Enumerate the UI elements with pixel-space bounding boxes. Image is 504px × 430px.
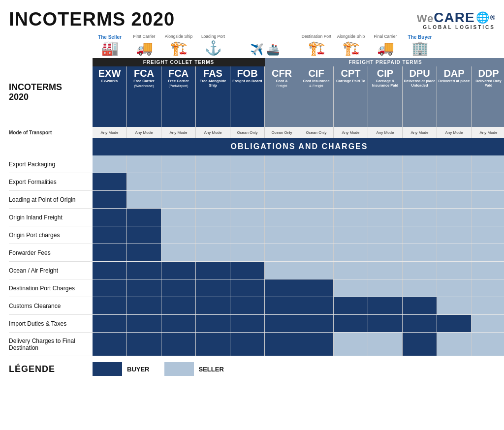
diagram-buyer: The Buyer 🏢 bbox=[403, 34, 437, 56]
cell-5-10 bbox=[437, 244, 472, 261]
cell-9-6 bbox=[299, 315, 334, 332]
cell-8-1 bbox=[127, 297, 161, 314]
cell-2-10 bbox=[437, 191, 472, 208]
cell-2-5 bbox=[265, 191, 299, 208]
row-origin-port bbox=[93, 226, 504, 244]
cell-5-9 bbox=[403, 244, 437, 261]
cell-3-11 bbox=[472, 209, 504, 226]
legend: LÉGENDE BUYER SELLER bbox=[9, 362, 495, 376]
cell-7-2 bbox=[161, 279, 196, 297]
cell-0-4 bbox=[230, 155, 265, 173]
cell-8-6 bbox=[299, 297, 334, 314]
incoterms-2020-label: INCOTERMS2020 bbox=[9, 83, 62, 102]
cell-1-7 bbox=[334, 173, 368, 190]
cell-6-0 bbox=[93, 262, 127, 279]
cell-5-4 bbox=[230, 244, 265, 261]
incoterms-header: FREIGHT COLLET TERMS EXW Ex-works FCA Fr… bbox=[93, 58, 504, 127]
obligations-filler bbox=[9, 138, 93, 155]
term-cfr: CFR Cost & Freight bbox=[265, 66, 299, 127]
cell-5-3 bbox=[196, 244, 230, 261]
cell-1-8 bbox=[368, 173, 403, 190]
cell-5-6 bbox=[299, 244, 334, 261]
cell-3-7 bbox=[334, 209, 368, 226]
cell-1-11 bbox=[472, 173, 504, 190]
cell-10-10 bbox=[437, 333, 472, 356]
cell-6-8 bbox=[368, 262, 403, 279]
legend-buyer-box bbox=[93, 362, 122, 376]
cell-4-3 bbox=[196, 226, 230, 244]
cell-9-10 bbox=[437, 315, 472, 332]
legend-seller-label: SELLER bbox=[199, 366, 224, 373]
cell-5-2 bbox=[161, 244, 196, 261]
mode-cip: Any Mode bbox=[368, 127, 403, 138]
mode-exw: Any Mode bbox=[93, 127, 127, 138]
cell-1-3 bbox=[196, 173, 230, 190]
cell-8-4 bbox=[230, 297, 265, 314]
cell-1-10 bbox=[437, 173, 472, 190]
cell-4-6 bbox=[299, 226, 334, 244]
cell-1-5 bbox=[265, 173, 299, 190]
diagram-seller: The Seller 🏭 bbox=[93, 34, 127, 56]
row-label-export-formalities: Export Formalities bbox=[9, 173, 93, 191]
cell-8-2 bbox=[161, 297, 196, 314]
cell-4-9 bbox=[403, 226, 437, 244]
cell-3-1 bbox=[127, 209, 161, 226]
logo-registered: ® bbox=[490, 14, 495, 22]
cell-2-6 bbox=[299, 191, 334, 208]
cell-2-0 bbox=[93, 191, 127, 208]
cell-8-7 bbox=[334, 297, 368, 314]
legend-buyer-item: BUYER bbox=[93, 362, 150, 376]
cell-2-3 bbox=[196, 191, 230, 208]
cell-8-5 bbox=[265, 297, 299, 314]
cell-8-11 bbox=[472, 297, 504, 314]
row-export-formalities bbox=[93, 173, 504, 191]
cell-1-2 bbox=[161, 173, 196, 190]
cell-3-10 bbox=[437, 209, 472, 226]
cell-6-5 bbox=[265, 262, 299, 279]
cell-3-2 bbox=[161, 209, 196, 226]
cell-10-1 bbox=[127, 333, 161, 356]
cell-6-10 bbox=[437, 262, 472, 279]
mode-fas: Any Mode bbox=[196, 127, 230, 138]
cell-0-2 bbox=[161, 155, 196, 173]
cell-10-2 bbox=[161, 333, 196, 356]
cell-4-1 bbox=[127, 226, 161, 244]
row-label-forwarder: Forwarder Fees bbox=[9, 244, 93, 262]
obligations-header: OBLIGATIONS AND CHARGES bbox=[93, 138, 504, 155]
diagram-alongside-ship-2: Alongside Ship 🏗️ bbox=[334, 34, 368, 56]
row-dest-port bbox=[93, 279, 504, 297]
cell-4-10 bbox=[437, 226, 472, 244]
cell-0-7 bbox=[334, 155, 368, 173]
term-cip: CIP Carriage & Insurance Paid bbox=[368, 66, 403, 127]
cell-5-5 bbox=[265, 244, 299, 261]
cell-4-11 bbox=[472, 226, 504, 244]
cell-5-1 bbox=[127, 244, 161, 261]
row-label-loading-origin: Loading at Point of Origin bbox=[9, 191, 93, 209]
cell-1-1 bbox=[127, 173, 161, 190]
row-import-duties bbox=[93, 315, 504, 333]
diagram-first-carrier: First Carrier 🚚 bbox=[127, 34, 161, 56]
cell-7-5 bbox=[265, 279, 299, 297]
cell-5-11 bbox=[472, 244, 504, 261]
incoterms-2020-header: INCOTERMS2020 bbox=[9, 58, 93, 127]
mode-cif: Ocean Only bbox=[299, 127, 334, 138]
legend-seller-item: SELLER bbox=[164, 362, 224, 376]
cell-6-7 bbox=[334, 262, 368, 279]
diagram-alongside-ship-1: Alongside Ship 🏗️ bbox=[161, 34, 196, 56]
cell-6-3 bbox=[196, 262, 230, 279]
term-dpu: DPU Delivered at place Unloaded bbox=[403, 66, 437, 127]
mode-of-transport-row: Any Mode Any Mode Any Mode Any Mode Ocea… bbox=[93, 127, 504, 138]
term-cif: CIF Cost Insurance & Freight bbox=[299, 66, 334, 127]
cell-6-11 bbox=[472, 262, 504, 279]
row-label-export-packaging: Export Packaging bbox=[9, 155, 93, 173]
term-cpt: CPT Carriage Paid To bbox=[334, 66, 368, 127]
cell-1-6 bbox=[299, 173, 334, 190]
cell-0-5 bbox=[265, 155, 299, 173]
row-label-ocean-air: Ocean / Air Freight bbox=[9, 262, 93, 279]
main-table: INCOTERMS2020 Mode of Transport Export P… bbox=[9, 58, 495, 356]
cell-10-7 bbox=[334, 333, 368, 356]
cell-2-8 bbox=[368, 191, 403, 208]
cell-10-4 bbox=[230, 333, 265, 356]
cell-0-11 bbox=[472, 155, 504, 173]
row-delivery-charges bbox=[93, 333, 504, 356]
